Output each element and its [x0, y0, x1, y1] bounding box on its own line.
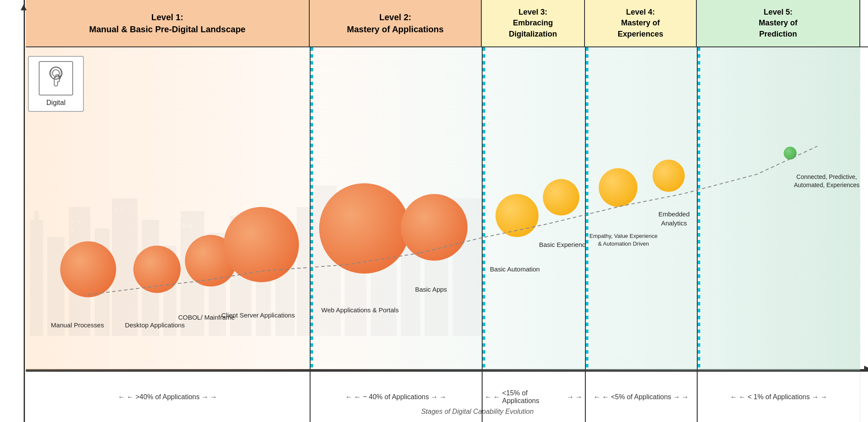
- bubble-empathy: [599, 168, 637, 207]
- bubble-manual-processes: [60, 241, 116, 297]
- level5-label: Level 5: Mastery of Prediction: [759, 7, 797, 40]
- bubble-desktop-apps: [133, 246, 181, 293]
- svg-rect-14: [71, 220, 74, 223]
- level2-label: Level 2: Mastery of Applications: [347, 11, 444, 35]
- axis-label-zone4: ← <5% of Applications →: [594, 393, 689, 401]
- axis-label-zone5: ← < 1% of Applications →: [730, 393, 827, 401]
- level1-label: Level 1: Manual & Basic Pre-Digital Land…: [89, 11, 245, 35]
- svg-rect-19: [182, 224, 185, 228]
- zone5: Connected, Predictive, Automated, Experi…: [697, 47, 860, 370]
- axis-zone5: ← < 1% of Applications →: [697, 372, 860, 422]
- svg-rect-16: [71, 228, 74, 232]
- label-connected: Connected, Predictive, Automated, Experi…: [792, 173, 860, 190]
- svg-rect-17: [114, 207, 117, 210]
- bubble-basic-experiences: [543, 179, 579, 216]
- bubble-web-apps: [319, 183, 409, 274]
- zone3: Basic Automation Basic Experiences: [482, 47, 585, 370]
- svg-rect-22: [315, 185, 336, 194]
- cyan-line-zone3: [483, 47, 485, 370]
- svg-rect-0: [30, 220, 43, 336]
- digital-badge: Digital: [28, 56, 84, 112]
- label-embedded-analytics: Embedded Analytics: [646, 209, 697, 228]
- svg-rect-13: [297, 207, 310, 336]
- bubble-connected: [784, 147, 797, 160]
- label-web-apps: Web Applications & Portals: [317, 305, 403, 314]
- chart-container: Level 1: Manual & Basic Pre-Digital Land…: [0, 0, 868, 422]
- label-empathy: Empathy, Value Experience & Automation D…: [588, 232, 659, 248]
- label-basic-experiences: Basic Experiences: [538, 240, 585, 249]
- svg-rect-18: [120, 207, 124, 210]
- axis-label-zone1: ← >40% of Applications →: [118, 393, 217, 401]
- label-manual-processes: Manual Processes: [39, 320, 116, 330]
- level4-header: Level 4: Mastery of Experiences: [585, 0, 697, 46]
- cyan-line-zone5: [698, 47, 700, 370]
- level3-header: Level 3: Embracing Digitalization: [482, 0, 585, 46]
- svg-rect-20: [188, 224, 192, 228]
- x-axis-label: Stages of Digital Capability Evolution: [421, 408, 533, 416]
- zone2: Web Applications & Portals Basic Apps: [310, 47, 482, 370]
- y-axis: [0, 0, 26, 422]
- axis-zone1: ← >40% of Applications →: [26, 372, 310, 422]
- label-client-server: Client Server Applications: [219, 311, 297, 320]
- label-basic-automation: Basic Automation: [487, 265, 543, 274]
- axis-label-zone3: ← <15% of Applications →: [485, 389, 582, 405]
- touch-icon: [43, 65, 69, 91]
- level1-header: Level 1: Manual & Basic Pre-Digital Land…: [26, 0, 310, 46]
- level2-header: Level 2: Mastery of Applications: [310, 0, 482, 46]
- bubble-basic-apps: [401, 194, 468, 261]
- svg-rect-15: [77, 220, 81, 223]
- chart-area: Manual Processes Desktop Applications CO…: [26, 47, 868, 370]
- level-headers: Level 1: Manual & Basic Pre-Digital Land…: [26, 0, 868, 47]
- bubble-embedded-analytics: [653, 160, 685, 192]
- digital-icon: [39, 61, 73, 95]
- cyan-line-zone4: [586, 47, 588, 370]
- level5-header: Level 5: Mastery of Prediction: [697, 0, 860, 46]
- digital-label: Digital: [46, 99, 65, 107]
- level3-label: Level 3: Embracing Digitalization: [509, 7, 557, 40]
- level4-label: Level 4: Mastery of Experiences: [618, 7, 663, 40]
- svg-rect-1: [34, 211, 39, 220]
- axis-zone4: ← <5% of Applications →: [585, 372, 697, 422]
- axis-label-zone2: ← ~ 40% of Applications →: [345, 393, 446, 401]
- label-desktop-apps: Desktop Applications: [123, 320, 187, 330]
- zone4: Empathy, Value Experience & Automation D…: [585, 47, 697, 370]
- label-basic-apps: Basic Apps: [403, 285, 459, 294]
- bubble-client-server: [224, 207, 299, 282]
- bubble-basic-automation: [496, 194, 539, 237]
